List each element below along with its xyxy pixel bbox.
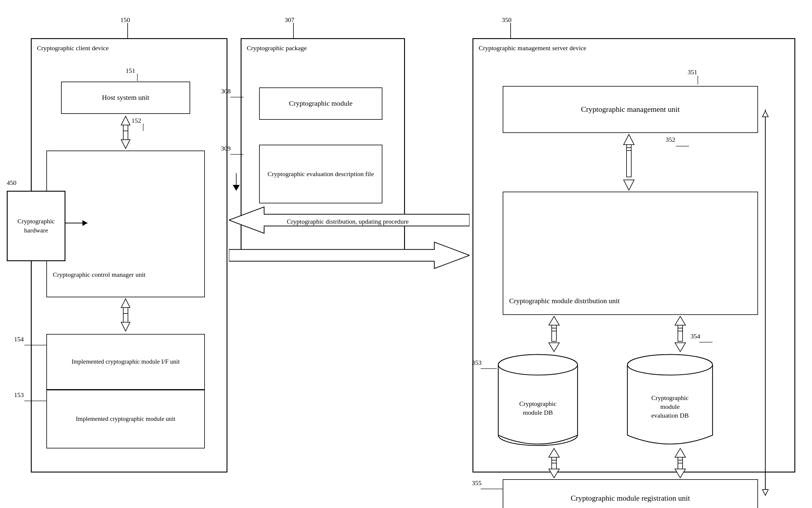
ref-153: 153: [14, 391, 24, 399]
host-system-unit-box: Host system unit: [61, 82, 190, 114]
ref-450: 450: [7, 179, 16, 187]
ref-352-line: [676, 143, 690, 149]
svg-rect-12: [123, 313, 128, 322]
svg-marker-65: [762, 490, 768, 495]
arrow-dist-db-left: [542, 315, 566, 353]
ref-307: 307: [285, 16, 294, 24]
svg-rect-34: [678, 328, 683, 331]
distribution-label: Cryptographic distribution, updating pro…: [261, 217, 434, 226]
svg-marker-27: [549, 316, 559, 325]
crypto-eval-file-box: Cryptographic evaluation description fil…: [259, 145, 382, 203]
crypto-management-unit-box: Cryptographic management unit: [503, 86, 758, 133]
svg-point-49: [628, 354, 713, 375]
svg-text:Cryptographic: Cryptographic: [651, 394, 688, 401]
svg-marker-22: [624, 134, 634, 145]
arrow-right-side: [758, 86, 773, 508]
crypto-module-eval-db-cylinder: Cryptographic module evaluation DB: [626, 353, 714, 447]
svg-point-41: [498, 354, 578, 375]
ref-154-line: [25, 342, 48, 348]
svg-text:evaluation DB: evaluation DB: [651, 412, 689, 419]
ref-351-line: [696, 76, 702, 85]
arrow-db-reg-left: [542, 447, 566, 479]
big-arrow-right: [229, 241, 470, 270]
svg-marker-16: [82, 220, 87, 226]
diagram-container: 150 307 350 Cryptographic client device …: [6, 12, 807, 505]
svg-marker-7: [121, 140, 130, 149]
svg-marker-9: [121, 299, 130, 307]
ref-354-line: [699, 339, 714, 345]
svg-rect-62: [678, 460, 683, 463]
ref-150: 150: [120, 16, 130, 24]
arrow-control-implemented: [114, 297, 137, 333]
svg-marker-11: [121, 322, 130, 331]
arrow-hardware-client: [66, 216, 92, 230]
svg-marker-5: [121, 116, 130, 125]
ref-153-line: [25, 398, 48, 404]
arrow-host-control: [114, 115, 137, 150]
svg-text:module: module: [660, 403, 680, 410]
svg-marker-29: [549, 343, 559, 351]
svg-marker-66: [762, 111, 768, 117]
crypto-package-title: Cryptographic package: [247, 44, 307, 52]
svg-rect-30: [552, 328, 556, 331]
crypto-module-dist-unit-box: Cryptographic module distribution unit: [503, 192, 758, 315]
implemented-if-unit-box: Implemented cryptographic module I/F uni…: [46, 334, 205, 390]
svg-marker-20: [229, 242, 470, 268]
svg-marker-31: [675, 316, 686, 325]
ref-151: 151: [126, 67, 135, 75]
ref-355: 355: [472, 479, 481, 487]
ref-309: 309: [221, 145, 231, 152]
svg-rect-58: [552, 460, 556, 463]
implemented-module-unit-box: Implemented cryptographic module unit: [46, 390, 205, 449]
ref-152-line: [142, 124, 147, 131]
ref-355-line: [481, 486, 504, 492]
svg-marker-55: [549, 449, 559, 457]
ref-354: 354: [690, 333, 700, 340]
svg-marker-33: [675, 343, 686, 351]
ref-154: 154: [14, 335, 24, 343]
ref-352: 352: [666, 136, 675, 143]
ref-151-line: [136, 74, 142, 81]
crypto-hardware-box: Cryptographic hardware: [7, 191, 66, 261]
svg-rect-25: [627, 147, 631, 151]
ref-308-line: [230, 94, 245, 100]
ref-308: 308: [221, 87, 231, 95]
arrow-dist-db-right: [669, 315, 692, 353]
arrow-client-package: [227, 173, 245, 191]
server-device-title: Cryptographic management server device: [479, 44, 586, 52]
ref-353-line: [481, 366, 498, 372]
svg-marker-61: [675, 469, 686, 478]
crypto-module-reg-unit-box: Cryptographic module registration unit: [503, 479, 758, 508]
client-device-title: Cryptographic client device: [37, 44, 109, 52]
svg-marker-68: [233, 185, 240, 191]
ref-351: 351: [688, 69, 697, 76]
svg-rect-28: [552, 325, 556, 341]
svg-text:Cryptographic: Cryptographic: [519, 400, 556, 407]
ref-309-line: [230, 152, 245, 157]
svg-marker-24: [624, 180, 634, 190]
ref-353: 353: [472, 359, 481, 367]
arrow-mgmt-dist: [617, 133, 641, 192]
ref-350: 350: [502, 16, 512, 24]
crypto-module-db-cylinder: Cryptographic module DB: [497, 353, 579, 447]
svg-text:module DB: module DB: [523, 409, 553, 416]
svg-marker-59: [675, 449, 686, 457]
svg-rect-32: [678, 325, 683, 341]
svg-marker-57: [549, 469, 559, 478]
crypto-module-box: Cryptographic module: [259, 87, 382, 120]
server-device-box: Cryptographic management server device 3…: [472, 38, 795, 472]
svg-rect-8: [123, 131, 128, 140]
arrow-db-reg-right: [669, 447, 692, 479]
